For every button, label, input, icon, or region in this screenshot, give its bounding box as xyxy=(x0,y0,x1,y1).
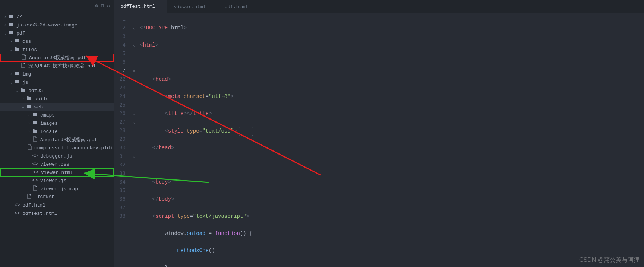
tree-label: js-css3-3d-wave-image xyxy=(16,22,78,28)
folder-icon xyxy=(20,88,26,93)
add-icon[interactable]: ⊕ xyxy=(95,3,98,9)
code-icon: <> xyxy=(32,178,38,183)
tree-item[interactable]: <>viewer.js xyxy=(0,177,114,185)
tree-item[interactable]: ›css xyxy=(0,37,114,45)
tree-item[interactable]: ›ZZ xyxy=(0,13,114,21)
tree-item[interactable]: ⌄js xyxy=(0,78,114,86)
folder-icon xyxy=(14,38,20,44)
tree-item[interactable]: ›build xyxy=(0,95,114,103)
tree-item[interactable]: <>viewer.css xyxy=(0,160,114,168)
tree-item[interactable]: LICENSE xyxy=(0,193,114,201)
chevron-icon: › xyxy=(27,113,31,117)
chevron-icon: ⌄ xyxy=(9,47,13,52)
code-icon: <> xyxy=(33,170,39,175)
sidebar-toolbar: ⊕ ⊟ ↻ xyxy=(0,0,114,12)
tree-label: ZZ xyxy=(16,14,22,20)
folder-icon xyxy=(8,22,14,28)
tree-label: AngularJS权威指南.pdf xyxy=(29,54,86,61)
tree-item[interactable]: ›js-css3-3d-wave-image xyxy=(0,21,114,29)
tree-item[interactable]: <>debugger.js xyxy=(0,152,114,160)
fold-indicator[interactable]: ··· xyxy=(239,127,253,136)
tree-item[interactable]: ›cmaps xyxy=(0,111,114,119)
folder-icon xyxy=(32,112,38,118)
folder-icon xyxy=(8,30,14,36)
chevron-icon: › xyxy=(9,39,13,44)
chevron-icon: ⌄ xyxy=(3,31,7,35)
folder-icon xyxy=(14,47,20,53)
tree-item[interactable]: 深入REACT技术栈+陈屹著.pdf xyxy=(0,62,114,70)
tree-label: compressed.tracemonkey-pldi-0... xyxy=(34,145,114,151)
tree-item[interactable]: ⌄files xyxy=(0,45,114,54)
editor-tab[interactable]: pdf.html xyxy=(218,0,259,13)
tree-item[interactable]: AngularJS权威指南.pdf xyxy=(0,136,114,144)
editor-tab[interactable]: viewer.html xyxy=(167,0,218,13)
tree-label: viewer.html xyxy=(41,170,73,175)
chevron-icon: › xyxy=(27,121,31,125)
folder-icon xyxy=(32,120,38,126)
tree-item[interactable]: ⌄pdfJS xyxy=(0,86,114,95)
fold-column: ⌄⌄⊞⌄⌄⌄ xyxy=(132,13,136,267)
file-icon xyxy=(20,63,26,69)
tree-label: build xyxy=(34,96,49,102)
tree-label: pdf.html xyxy=(22,203,45,208)
tree-item[interactable]: <>pdfTest.html xyxy=(0,209,114,217)
tree-label: locale xyxy=(40,129,58,134)
code-area[interactable]: 1234567222324252627282930313233343536373… xyxy=(114,13,644,267)
tree-label: files xyxy=(22,47,37,53)
tree-label: pdf xyxy=(16,31,25,36)
code-icon: <> xyxy=(14,203,20,208)
file-icon xyxy=(32,136,38,143)
tree-item[interactable]: <>pdf.html xyxy=(0,201,114,209)
folder-icon xyxy=(14,79,20,85)
editor-tabs: pdfTest.htmlviewer.htmlpdf.html xyxy=(114,0,644,13)
tree-label: viewer.js.map xyxy=(40,186,78,192)
chevron-icon: ⌄ xyxy=(21,105,25,109)
tree-label: pdfTest.html xyxy=(22,211,57,216)
tree-label: viewer.css xyxy=(40,162,69,167)
tree-item[interactable]: compressed.tracemonkey-pldi-0... xyxy=(0,144,114,152)
tree-label: images xyxy=(40,121,58,126)
code-icon: <> xyxy=(14,211,20,216)
file-icon xyxy=(28,144,32,151)
tree-item[interactable]: ›img xyxy=(0,70,114,78)
file-icon xyxy=(32,185,38,192)
tree-item[interactable]: ›locale xyxy=(0,127,114,136)
editor-tab[interactable]: pdfTest.html xyxy=(114,0,167,13)
folder-icon xyxy=(8,14,14,20)
collapse-icon[interactable]: ⊟ xyxy=(101,3,104,9)
chevron-icon: ⌄ xyxy=(15,88,19,93)
tree-label: LICENSE xyxy=(34,194,55,200)
tree-item[interactable]: <>viewer.html xyxy=(0,168,114,177)
folder-icon xyxy=(26,104,32,110)
tree-item[interactable]: ⌄web xyxy=(0,103,114,111)
chevron-icon: › xyxy=(21,97,25,101)
tree-label: AngularJS权威指南.pdf xyxy=(40,136,97,143)
file-explorer: ⊕ ⊟ ↻ ›ZZ›js-css3-3d-wave-image⌄pdf›css⌄… xyxy=(0,0,114,267)
chevron-icon: ⌄ xyxy=(9,80,13,85)
chevron-icon: › xyxy=(3,23,7,27)
tree-label: js xyxy=(22,80,28,85)
chevron-icon: › xyxy=(9,72,13,76)
tree-item[interactable]: AngularJS权威指南.pdf xyxy=(0,54,114,62)
folder-icon xyxy=(32,128,38,134)
code-icon: <> xyxy=(32,162,38,167)
tree-item[interactable]: ⌄pdf xyxy=(0,29,114,37)
code-icon: <> xyxy=(32,153,38,159)
tree-label: debugger.js xyxy=(40,153,72,159)
tree-item[interactable]: ›images xyxy=(0,119,114,127)
file-icon xyxy=(21,54,27,61)
tree-item[interactable]: viewer.js.map xyxy=(0,185,114,193)
code-content[interactable]: <!DOCTYPE html> <html> <head> <meta char… xyxy=(136,13,644,267)
line-gutter: 1234567222324252627282930313233343536373… xyxy=(114,13,132,267)
tree-label: pdfJS xyxy=(28,88,43,93)
folder-icon xyxy=(26,96,32,102)
tree-label: viewer.js xyxy=(40,178,66,184)
chevron-icon: › xyxy=(3,15,7,19)
file-icon xyxy=(26,194,32,200)
watermark: CSDN @蒲公英与阿狸 xyxy=(579,256,640,264)
tree-label: 深入REACT技术栈+陈屹著.pdf xyxy=(28,63,96,69)
tree-label: cmaps xyxy=(40,112,55,118)
file-tree[interactable]: ›ZZ›js-css3-3d-wave-image⌄pdf›css⌄filesA… xyxy=(0,12,114,267)
tree-label: img xyxy=(22,71,31,77)
refresh-icon[interactable]: ↻ xyxy=(107,3,110,9)
